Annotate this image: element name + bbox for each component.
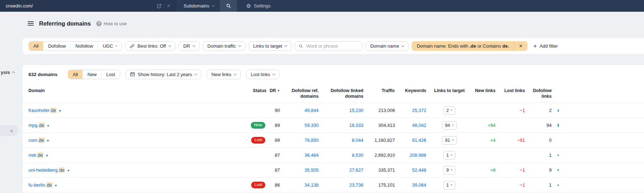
dr-filter-button[interactable]: DR bbox=[179, 41, 200, 51]
question-circle-icon: ? bbox=[96, 21, 102, 26]
domain-cell: fraunhofer.de ▾ bbox=[28, 108, 240, 113]
domain-prefix: mdr. bbox=[28, 152, 37, 158]
dofollow-ref-domains-link[interactable]: 78,850 bbox=[304, 138, 319, 143]
search-button[interactable] bbox=[220, 0, 237, 12]
dofollow-ref-domains-link[interactable]: 36,484 bbox=[304, 152, 319, 158]
filter-chip-label: Domain name: Ends with .de or Contains d… bbox=[412, 41, 514, 51]
header-keywords[interactable]: Keywords bbox=[397, 88, 428, 94]
dofollow-linked-domains-link[interactable]: 23,736 bbox=[349, 182, 363, 188]
dofollow-linked-domains-link[interactable]: 8,044 bbox=[352, 138, 363, 143]
word-search-input[interactable] bbox=[306, 43, 359, 49]
domain-link[interactable]: fu-berlin.de bbox=[28, 182, 52, 188]
domain-link[interactable]: com.de bbox=[28, 138, 44, 143]
dr-value: 90 bbox=[268, 108, 282, 113]
links-to-target-dropdown[interactable]: 9 bbox=[443, 166, 456, 175]
domain-caret-icon[interactable]: ▾ bbox=[55, 183, 57, 187]
remove-filter-icon[interactable]: ✕ bbox=[514, 41, 527, 51]
history-tab-lost[interactable]: Lost bbox=[101, 70, 120, 79]
domain-link[interactable]: uni-heidelberg.de bbox=[28, 167, 65, 173]
header-domain[interactable]: Domain bbox=[28, 88, 240, 94]
header-traffic[interactable]: Traffic bbox=[365, 88, 397, 94]
header-dofollow-links[interactable]: Dofollow links bbox=[527, 88, 553, 99]
filter-tab-ugc[interactable]: UGC bbox=[98, 42, 121, 50]
links-to-target-dropdown[interactable]: 2 bbox=[443, 106, 456, 115]
domain-caret-icon[interactable]: ▾ bbox=[67, 168, 69, 172]
dofollow-links-bar-cell bbox=[553, 169, 644, 171]
header-dofollow-ref-domains[interactable]: Dofollow ref. domains bbox=[282, 88, 320, 99]
dofollow-linked-domains-link[interactable]: 8,530 bbox=[352, 152, 363, 158]
domain-link[interactable]: mpg.de bbox=[28, 123, 44, 128]
links-to-target-dropdown[interactable]: 91 bbox=[442, 136, 457, 145]
target-input[interactable]: crowdin.com/ ✕ bbox=[0, 0, 178, 12]
dofollow-ref-domains-link[interactable]: 35,505 bbox=[304, 167, 319, 173]
links-to-target-cell: 2 bbox=[428, 106, 472, 115]
active-filter-chip[interactable]: Domain name: Ends with .de or Contains d… bbox=[412, 41, 527, 51]
dofollow-linked-domains-link[interactable]: 18,333 bbox=[349, 123, 363, 128]
table-row: fraunhofer.de ▾ 90 49,844 15,230 213,006… bbox=[23, 103, 644, 118]
dofollow-ref-domains-link[interactable]: 59,330 bbox=[304, 123, 319, 128]
filter-tab-nofollow[interactable]: Nofollow bbox=[70, 42, 98, 50]
results-count: 632 domains bbox=[28, 72, 58, 77]
links-to-target-dropdown[interactable]: 1 bbox=[443, 181, 456, 189]
show-history-button[interactable]: Show history: Last 2 years bbox=[125, 70, 201, 79]
traffic-value: 213,006 bbox=[365, 108, 397, 113]
keywords-link[interactable]: 81,426 bbox=[412, 138, 426, 143]
keywords-link[interactable]: 208,988 bbox=[410, 152, 426, 158]
header-lost-links[interactable]: Lost links bbox=[497, 88, 527, 94]
dofollow-links-value: 1 bbox=[527, 152, 553, 158]
domain-prefix: fu-berlin. bbox=[28, 182, 47, 188]
sidebar-group-backlink-analysis[interactable]: ysis bbox=[1, 70, 15, 75]
filter-tab-all[interactable]: All bbox=[29, 42, 43, 50]
domain-caret-icon[interactable]: ▾ bbox=[46, 154, 48, 157]
keywords-link[interactable]: 25,372 bbox=[412, 108, 426, 113]
word-search-field bbox=[295, 41, 362, 51]
status-cell: Lost bbox=[240, 182, 268, 188]
menu-icon[interactable] bbox=[28, 21, 34, 26]
keywords-link[interactable]: 48,042 bbox=[412, 123, 426, 128]
keywords-link[interactable]: 39,064 bbox=[412, 182, 426, 188]
history-tab-new[interactable]: New bbox=[82, 70, 101, 79]
settings-button[interactable]: ⚙ Settings bbox=[246, 0, 270, 12]
dofollow-links-value: 94 bbox=[527, 123, 553, 128]
scope-dropdown[interactable]: Subdomains bbox=[178, 0, 220, 12]
domain-name-filter-button[interactable]: Domain name bbox=[366, 41, 408, 51]
links-to-target-dropdown[interactable]: 1 bbox=[443, 151, 456, 160]
keywords-link[interactable]: 52,448 bbox=[412, 167, 426, 173]
chip-value: .de bbox=[470, 43, 476, 49]
traffic-value: 1,160,827 bbox=[365, 138, 397, 143]
dofollow-links-bar-cell bbox=[553, 124, 644, 127]
open-in-new-icon[interactable] bbox=[155, 0, 164, 12]
dofollow-linked-cell: 23,736 bbox=[320, 182, 365, 188]
dofollow-linked-cell: 15,230 bbox=[320, 108, 365, 113]
lost-links-value: −91 bbox=[497, 138, 527, 143]
dofollow-links-value: 1 bbox=[527, 182, 553, 188]
header-status[interactable]: Status bbox=[240, 88, 268, 94]
links-to-target-dropdown[interactable]: 94 bbox=[442, 121, 457, 130]
dofollow-links-bar bbox=[558, 109, 559, 112]
domain-caret-icon[interactable]: ▾ bbox=[47, 139, 49, 143]
how-to-use-link[interactable]: ? How to use bbox=[96, 21, 127, 26]
lost-links-button[interactable]: Lost links bbox=[246, 70, 280, 79]
sidebar-item-active[interactable]: s bbox=[0, 125, 18, 136]
add-filter-button[interactable]: + Add filter bbox=[534, 43, 558, 49]
dofollow-linked-domains-link[interactable]: 15,230 bbox=[349, 108, 363, 113]
dofollow-ref-domains-link[interactable]: 34,138 bbox=[304, 182, 319, 188]
history-tab-all[interactable]: All bbox=[68, 70, 82, 79]
domain-traffic-filter-button[interactable]: Domain traffic bbox=[203, 41, 245, 51]
header-dofollow-linked-domains[interactable]: Dofollow linked domains bbox=[320, 88, 365, 99]
domain-caret-icon[interactable]: ▾ bbox=[59, 109, 61, 113]
links-to-target-filter-button[interactable]: Links to target bbox=[249, 41, 292, 51]
header-links-to-target[interactable]: Links to target bbox=[428, 88, 472, 94]
header-new-links[interactable]: New links bbox=[472, 88, 497, 94]
header-dr[interactable]: DR▼ bbox=[268, 88, 282, 94]
dofollow-ref-domains-link[interactable]: 49,844 bbox=[304, 108, 319, 113]
clear-target-icon[interactable]: ✕ bbox=[164, 0, 173, 12]
best-links-button[interactable]: Best links: Off bbox=[125, 41, 175, 51]
domain-link[interactable]: mdr.de bbox=[28, 152, 43, 158]
new-links-button[interactable]: New links bbox=[207, 70, 241, 79]
domain-link[interactable]: fraunhofer.de bbox=[28, 108, 56, 113]
filter-tab-dofollow[interactable]: Dofollow bbox=[43, 42, 70, 50]
dofollow-linked-domains-link[interactable]: 27,627 bbox=[349, 167, 363, 173]
status-cell: Lost bbox=[240, 137, 268, 144]
domain-caret-icon[interactable]: ▾ bbox=[47, 124, 49, 128]
